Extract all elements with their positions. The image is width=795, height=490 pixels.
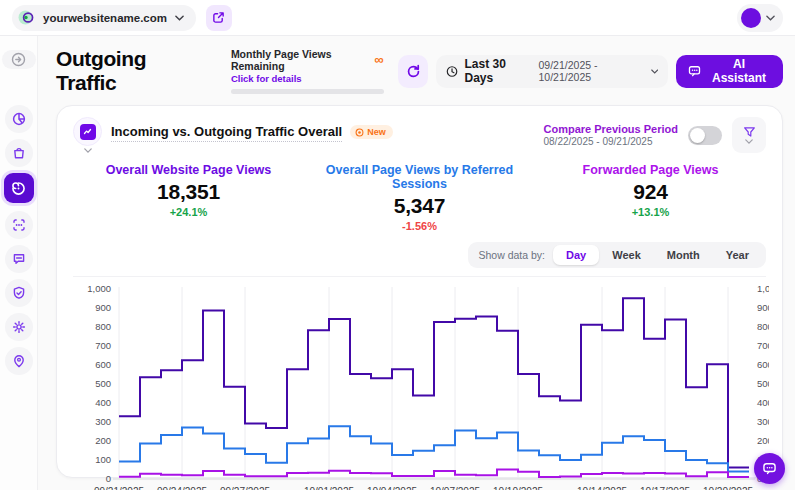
refresh-icon — [406, 64, 421, 79]
app-window: yourwebsitename.com — [0, 0, 795, 490]
sidebar-item-messages[interactable] — [5, 245, 33, 273]
step-line-chart: 0010010020020030030040040050050060060070… — [73, 281, 769, 490]
x-axis-tick-label: 10/01/2025 — [304, 486, 354, 490]
y-axis-tick-label-right: 200 — [757, 435, 769, 446]
quota-widget: Monthly Page Views Remaining ∞ Click for… — [231, 48, 384, 94]
pie-chart-icon — [12, 112, 26, 126]
sidebar-item-security[interactable] — [5, 279, 33, 307]
metric-referred-sessions: Overall Page Views by Referred Sessions … — [304, 163, 535, 232]
support-chat-button[interactable] — [754, 453, 785, 484]
chat-bubble-icon — [762, 461, 777, 476]
page-header: Outgoing Traffic Monthly Page Views Rema… — [38, 36, 795, 104]
y-axis-tick-label-left: 300 — [95, 416, 111, 427]
y-axis-tick-label-right: 400 — [757, 397, 769, 408]
sidebar-item-tracking[interactable] — [5, 211, 33, 239]
sidebar-toggle-button[interactable] — [2, 50, 36, 69]
y-axis-tick-label-left: 700 — [95, 340, 111, 351]
x-axis-tick-label: 10/04/2025 — [367, 486, 417, 490]
shield-check-icon — [12, 286, 26, 300]
quota-details-link[interactable]: Click for details — [231, 73, 384, 84]
funnel-icon — [743, 126, 756, 138]
card-icon-block[interactable] — [73, 117, 102, 153]
series-line-forwarded-page-views — [119, 470, 749, 478]
show-data-by-label: Show data by: — [478, 249, 545, 261]
y-axis-tick-label-right: 800 — [757, 321, 769, 332]
range-label: Last 30 Days — [464, 57, 532, 85]
y-axis-tick-label-left: 400 — [95, 397, 111, 408]
x-axis-tick-label: 10/17/2025 — [640, 486, 690, 490]
sidebar-nav — [0, 36, 38, 490]
collapse-sidebar-icon — [11, 52, 26, 67]
x-axis-tick-label: 10/20/2025 — [703, 486, 753, 490]
site-domain: yourwebsitename.com — [43, 12, 167, 24]
tab-year[interactable]: Year — [713, 245, 762, 265]
y-axis-tick-label-left: 800 — [95, 321, 111, 332]
chart-widget-icon — [80, 124, 96, 140]
range-dates: 09/21/2025 - 10/21/2025 — [539, 59, 645, 83]
chevron-down-icon — [766, 15, 775, 21]
metric-delta: +24.1% — [73, 206, 304, 218]
shopping-bag-icon — [12, 146, 26, 160]
tab-month[interactable]: Month — [654, 245, 713, 265]
sidebar-item-analytics[interactable] — [5, 105, 33, 133]
location-pin-icon — [12, 354, 26, 368]
quota-progress-bar — [231, 89, 384, 94]
clock-icon — [446, 65, 458, 78]
chevron-down-icon — [175, 15, 184, 21]
main-content: Outgoing Traffic Monthly Page Views Rema… — [38, 36, 795, 490]
scan-target-icon — [12, 218, 26, 232]
y-axis-tick-label-left: 1,000 — [87, 283, 111, 294]
y-axis-tick-label-right: 600 — [757, 359, 769, 370]
avatar — [741, 8, 761, 28]
user-menu[interactable] — [737, 4, 783, 32]
y-axis-tick-label-left: 600 — [95, 359, 111, 370]
infinity-icon: ∞ — [374, 55, 383, 65]
external-link-icon — [212, 11, 225, 24]
sidebar-item-locations[interactable] — [5, 347, 33, 375]
sidebar-item-outgoing-traffic[interactable] — [4, 173, 34, 203]
metric-website-page-views: Overall Website Page Views 18,351 +24.1% — [73, 163, 304, 232]
y-axis-tick-label-right: 300 — [757, 416, 769, 427]
card-title: Incoming vs. Outgoing Traffic Overall — [111, 124, 342, 142]
metric-value: 5,347 — [304, 194, 535, 218]
new-badge-icon — [355, 128, 364, 137]
outgoing-traffic-icon — [11, 181, 26, 196]
metric-value: 924 — [535, 180, 766, 204]
y-axis-tick-label-left: 0 — [106, 473, 111, 484]
site-selector[interactable]: yourwebsitename.com — [12, 5, 196, 31]
traffic-overview-card: Incoming vs. Outgoing Traffic Overall Ne… — [56, 105, 783, 478]
metrics-row: Overall Website Page Views 18,351 +24.1%… — [73, 163, 766, 232]
chat-bubble-icon — [12, 252, 26, 266]
page-title: Outgoing Traffic — [56, 47, 203, 95]
x-axis-tick-label: 10/07/2025 — [430, 486, 480, 490]
tab-week[interactable]: Week — [599, 245, 654, 265]
tab-day[interactable]: Day — [553, 245, 599, 265]
site-logo-icon — [18, 9, 35, 26]
x-axis-tick-label: 09/27/2025 — [220, 486, 270, 490]
compare-toggle[interactable] — [688, 126, 722, 145]
metric-delta: +13.1% — [535, 206, 766, 218]
metric-label: Overall Page Views by Referred Sessions — [304, 163, 535, 191]
sidebar-item-settings[interactable] — [5, 313, 33, 341]
metric-delta: -1.56% — [304, 220, 535, 232]
sidebar-item-store[interactable] — [5, 139, 33, 167]
refresh-button[interactable] — [398, 55, 429, 88]
x-axis-tick-label: 09/21/2025 — [94, 486, 144, 490]
metric-label: Overall Website Page Views — [73, 163, 304, 177]
gear-icon — [12, 320, 26, 334]
date-range-picker[interactable]: Last 30 Days 09/21/2025 - 10/21/2025 — [436, 55, 668, 88]
y-axis-tick-label-right: 900 — [757, 302, 769, 313]
series-line-overall-page-views-by-referred-sessions — [119, 426, 749, 471]
filter-button[interactable] — [732, 117, 766, 153]
ai-assistant-button[interactable]: AI Assistant — [676, 55, 783, 88]
open-site-button[interactable] — [206, 5, 232, 31]
y-axis-tick-label-right: 500 — [757, 378, 769, 389]
traffic-chart: 0010010020020030030040040050050060060070… — [73, 281, 766, 469]
y-axis-tick-label-left: 100 — [95, 454, 111, 465]
ai-chat-icon — [688, 64, 701, 78]
series-line-overall-website-page-views — [119, 298, 749, 467]
x-axis-tick-label: 10/14/2025 — [577, 486, 627, 490]
compare-previous-period: Compare Previous Period 08/22/2025 - 09/… — [544, 123, 679, 147]
y-axis-tick-label-right: 1,000 — [757, 283, 769, 294]
metric-label: Forwarded Page Views — [535, 163, 766, 177]
